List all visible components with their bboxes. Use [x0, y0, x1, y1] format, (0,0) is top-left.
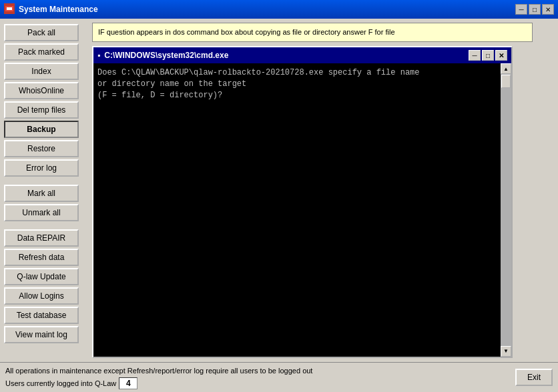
app-title-bar: System Maintenance ─ □ ✕: [0, 0, 558, 19]
sidebar-item-pack-marked[interactable]: Pack marked: [4, 43, 79, 61]
cmd-maximize-button[interactable]: □: [482, 50, 494, 61]
app-title: System Maintenance: [19, 5, 511, 14]
sidebar-item-pack-all[interactable]: Pack all: [4, 24, 79, 41]
cmd-scrollbar: ▲ ▼: [501, 63, 511, 356]
cmd-window: ▪ C:\WINDOWS\system32\cmd.exe ─ □ ✕ Does…: [92, 46, 513, 357]
sidebar-item-allow-logins[interactable]: Allow Logins: [4, 287, 79, 305]
cmd-title-bar: ▪ C:\WINDOWS\system32\cmd.exe ─ □ ✕: [93, 47, 511, 63]
users-count: 4: [119, 377, 137, 389]
scroll-thumb[interactable]: [501, 75, 511, 88]
sidebar-item-backup[interactable]: Backup: [4, 121, 79, 138]
sidebar: Pack allPack markedIndexWhoisOnlineDel t…: [0, 19, 87, 362]
scroll-track: [501, 74, 511, 345]
minimize-button[interactable]: ─: [515, 4, 527, 15]
cmd-title-text: C:\WINDOWS\system32\cmd.exe: [104, 51, 465, 60]
status-bar: All operations in maintenance except Ref…: [0, 362, 558, 393]
sidebar-item-index[interactable]: Index: [4, 63, 79, 80]
svg-rect-2: [7, 7, 12, 10]
sidebar-item-view-maint-log[interactable]: View maint log: [4, 326, 79, 343]
sidebar-item-mark-all[interactable]: Mark all: [4, 185, 79, 202]
content-area: Pack allPack markedIndexWhoisOnlineDel t…: [0, 19, 558, 362]
sidebar-item-refresh-data[interactable]: Refresh data: [4, 249, 79, 266]
status-line1: All operations in maintenance except Ref…: [5, 365, 312, 377]
info-box: IF question appears in dos command box a…: [92, 23, 533, 42]
sidebar-item-restore[interactable]: Restore: [4, 140, 79, 157]
sidebar-item-error-log[interactable]: Error log: [4, 159, 79, 177]
cmd-body-wrapper: Does C:\QLAW\BACKUP\qlaw-rolbackto-20210…: [93, 63, 511, 356]
scroll-down-button[interactable]: ▼: [501, 346, 511, 357]
sidebar-item-unmark-all[interactable]: Unmark all: [4, 204, 79, 221]
sidebar-item-whois-online[interactable]: WhoisOnline: [4, 82, 79, 99]
cmd-output: Does C:\QLAW\BACKUP\qlaw-rolbackto-20210…: [93, 63, 501, 356]
scroll-up-button[interactable]: ▲: [501, 63, 511, 74]
close-button[interactable]: ✕: [542, 4, 554, 15]
cmd-icon: ▪: [97, 51, 100, 60]
sidebar-item-del-temp-files[interactable]: Del temp files: [4, 101, 79, 119]
status-line2: Users currently logged into Q-Law: [5, 378, 116, 389]
status-messages: All operations in maintenance except Ref…: [5, 365, 312, 390]
sidebar-item-data-repair[interactable]: Data REPAIR: [4, 229, 79, 247]
sidebar-item-q-law-update[interactable]: Q-law Update: [4, 268, 79, 285]
main-container: Pack allPack markedIndexWhoisOnlineDel t…: [0, 19, 558, 392]
main-panel: IF question appears in dos command box a…: [87, 19, 558, 362]
cmd-close-button[interactable]: ✕: [495, 50, 507, 61]
maximize-button[interactable]: □: [529, 4, 541, 15]
sidebar-item-test-database[interactable]: Test database: [4, 307, 79, 324]
app-icon: [4, 3, 15, 16]
cmd-controls: ─ □ ✕: [469, 50, 507, 61]
sidebar-separator: [4, 179, 83, 183]
window-controls: ─ □ ✕: [515, 4, 554, 15]
cmd-minimize-button[interactable]: ─: [469, 50, 481, 61]
info-text: IF question appears in dos command box a…: [98, 28, 395, 36]
exit-button[interactable]: Exit: [515, 369, 553, 386]
sidebar-separator: [4, 223, 83, 227]
users-logged-row: Users currently logged into Q-Law 4: [5, 377, 312, 389]
